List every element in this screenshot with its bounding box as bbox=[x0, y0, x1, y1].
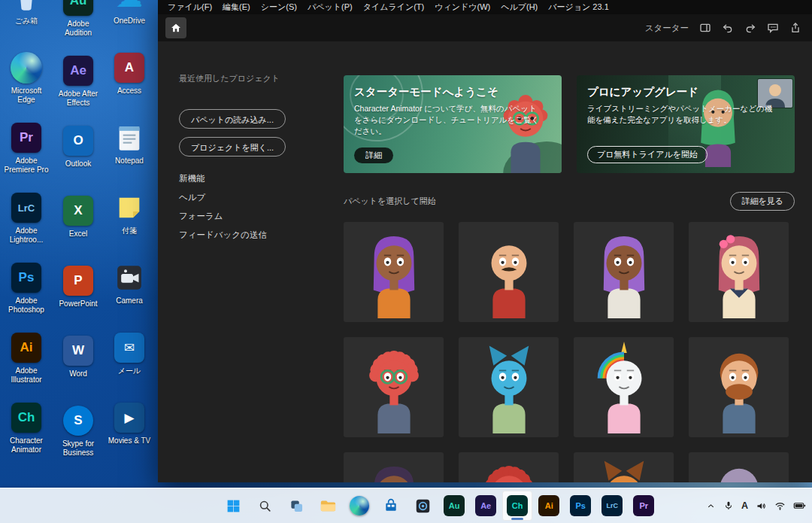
tray-wifi-icon[interactable] bbox=[774, 500, 786, 512]
workspace-layout-icon[interactable] bbox=[699, 22, 711, 34]
share-icon[interactable] bbox=[789, 22, 801, 34]
puppet-purple-creature[interactable] bbox=[689, 452, 789, 482]
pro-trial-button[interactable]: プロ無料トライアルを開始 bbox=[587, 146, 707, 163]
powerpoint[interactable]: PPowerPoint bbox=[53, 264, 103, 334]
menu-scene[interactable]: シーン(S) bbox=[256, 2, 302, 13]
camera-app[interactable] bbox=[408, 491, 438, 521]
open-project-button[interactable]: プロジェクトを開く... bbox=[179, 137, 286, 157]
tray-battery-icon[interactable] bbox=[793, 500, 806, 512]
character-animator-shortcut[interactable]: ChCharacter Animator bbox=[2, 401, 51, 471]
ime-mode-indicator[interactable]: A bbox=[741, 500, 748, 511]
adobe-lightroom-classic[interactable]: LrCAdobe Lightroo... bbox=[2, 191, 51, 261]
see-details-button[interactable]: 詳細を見る bbox=[730, 192, 795, 211]
puppet-unicorn[interactable] bbox=[574, 337, 674, 437]
tray-chevron-icon[interactable] bbox=[706, 501, 716, 511]
lightroom-taskbar[interactable]: LrC bbox=[597, 491, 627, 521]
photoshop-taskbar[interactable]: Ps bbox=[565, 491, 595, 521]
notepad-label: Notepad bbox=[115, 157, 144, 166]
character-animator-taskbar[interactable]: Ch bbox=[502, 491, 532, 521]
character-animator-window: ファイル(F)編集(E)シーン(S)パペット(P)タイムライン(T)ウィンドウ(… bbox=[158, 0, 812, 482]
microsoft-edge-label: Microsoft Edge bbox=[2, 87, 51, 105]
home-button[interactable] bbox=[165, 17, 186, 38]
puppet-section-heading: パペットを選択して開始 bbox=[344, 196, 436, 207]
recent-projects-title: 最近使用したプロジェクト bbox=[179, 73, 344, 84]
adobe-after-effects[interactable]: AeAdobe After Effects bbox=[53, 54, 103, 124]
version-label: バージョン 23.1 bbox=[543, 2, 614, 13]
home-icon bbox=[170, 22, 182, 34]
sticky-notes[interactable]: 付箋 bbox=[105, 191, 154, 261]
microsoft-edge[interactable]: Microsoft Edge bbox=[2, 51, 51, 121]
microsoft-store[interactable] bbox=[376, 491, 406, 521]
menu-edit[interactable]: 編集(E) bbox=[217, 2, 256, 13]
powerpoint-label: PowerPoint bbox=[59, 300, 97, 309]
starter-welcome-banner[interactable]: スターターモードへようこそ Character Animator について学び、… bbox=[344, 75, 562, 173]
mail-label: メール bbox=[118, 366, 141, 376]
tray-mic-icon[interactable] bbox=[723, 500, 734, 511]
menu-timeline[interactable]: タイムライン(T) bbox=[358, 2, 430, 13]
upgrade-pro-banner[interactable]: プロにアップグレード ライブストリーミングやパペットメーカーなどの機能を備えた完… bbox=[577, 75, 795, 173]
link-feedback[interactable]: フィードバックの送信 bbox=[179, 230, 344, 241]
puppet-bearded-man[interactable] bbox=[689, 337, 789, 437]
adobe-after-effects-label: Adobe After Effects bbox=[53, 90, 103, 108]
link-whats-new[interactable]: 新機能 bbox=[179, 173, 344, 184]
link-help[interactable]: ヘルプ bbox=[179, 192, 344, 203]
adobe-premiere-pro-label: Adobe Premiere Pro bbox=[2, 157, 51, 175]
import-puppet-button[interactable]: パペットの読み込み... bbox=[179, 109, 286, 129]
notepad[interactable]: Notepad bbox=[105, 121, 154, 191]
puppet-pink-furry[interactable] bbox=[344, 337, 444, 437]
adobe-photoshop-label: Adobe Photoshop bbox=[2, 296, 51, 315]
edge-browser[interactable] bbox=[344, 491, 374, 521]
outlook[interactable]: OOutlook bbox=[53, 124, 103, 194]
menu-help[interactable]: ヘルプ(H) bbox=[495, 2, 543, 13]
camera[interactable]: Camera bbox=[105, 261, 154, 331]
audition-taskbar[interactable]: Au bbox=[439, 491, 469, 521]
starter-banner-body: Character Animator について学び、無料のパペットをさらにダウン… bbox=[354, 103, 544, 138]
movies-tv[interactable]: ▶Movies & TV bbox=[105, 401, 154, 471]
outlook-label: Outlook bbox=[65, 160, 91, 169]
menu-puppet[interactable]: パペット(P) bbox=[302, 2, 358, 13]
word[interactable]: WWord bbox=[53, 334, 103, 404]
starter-banner-title: スターターモードへようこそ bbox=[354, 85, 551, 99]
menu-file[interactable]: ファイル(F) bbox=[162, 2, 217, 13]
after-effects-taskbar[interactable]: Ae bbox=[471, 491, 501, 521]
puppet-bald-mustache-man[interactable] bbox=[459, 222, 559, 322]
puppet-purple-anime[interactable] bbox=[574, 222, 674, 322]
puppet-red-creature[interactable] bbox=[459, 452, 559, 482]
puppet-anime-girl[interactable] bbox=[689, 222, 789, 322]
search-button[interactable] bbox=[250, 491, 280, 521]
starter-details-button[interactable]: 詳細 bbox=[354, 147, 393, 163]
skype-for-business-label: Skype for Business bbox=[53, 439, 103, 458]
link-forum[interactable]: フォーラム bbox=[179, 211, 344, 222]
premiere-taskbar[interactable]: Pr bbox=[629, 491, 659, 521]
adobe-premiere-pro[interactable]: PrAdobe Premiere Pro bbox=[2, 121, 51, 191]
undo-icon[interactable] bbox=[722, 22, 734, 34]
comment-icon[interactable] bbox=[767, 22, 779, 34]
skype-for-business[interactable]: SSkype for Business bbox=[53, 404, 103, 474]
pro-banner-body: ライブストリーミングやパペットメーカーなどの機能を備えた完全なアプリを取得します… bbox=[587, 103, 777, 126]
app-toolbar: スターター bbox=[158, 14, 812, 42]
access[interactable]: AAccess bbox=[105, 51, 154, 121]
menu-window[interactable]: ウィンドウ(W) bbox=[429, 2, 495, 13]
adobe-audition[interactable]: AuAdobe Audition bbox=[53, 0, 103, 54]
mail[interactable]: ✉メール bbox=[105, 331, 154, 401]
pro-banner-title: プロにアップグレード bbox=[587, 85, 784, 99]
puppet-orange-fox[interactable] bbox=[574, 452, 674, 482]
excel[interactable]: XExcel bbox=[53, 194, 103, 264]
excel-label: Excel bbox=[69, 230, 87, 239]
illustrator-taskbar[interactable]: Ai bbox=[534, 491, 564, 521]
onedrive[interactable]: ☁OneDrive bbox=[105, 0, 154, 51]
adobe-illustrator[interactable]: AiAdobe Illustrator bbox=[2, 331, 51, 401]
onedrive-label: OneDrive bbox=[114, 17, 145, 26]
movies-tv-label: Movies & TV bbox=[108, 436, 151, 445]
puppet-blue-cat[interactable] bbox=[459, 337, 559, 437]
task-view-button[interactable] bbox=[281, 491, 311, 521]
puppet-purple-hair-woman[interactable] bbox=[344, 222, 444, 322]
access-label: Access bbox=[117, 87, 141, 96]
redo-icon[interactable] bbox=[744, 22, 756, 34]
puppet-dark-hair-girl[interactable] bbox=[344, 452, 444, 482]
adobe-photoshop[interactable]: PsAdobe Photoshop bbox=[2, 261, 51, 331]
file-explorer[interactable] bbox=[313, 491, 343, 521]
start-button[interactable] bbox=[218, 491, 248, 521]
recycle-bin[interactable]: ごみ箱 bbox=[2, 0, 51, 51]
tray-speaker-icon[interactable] bbox=[756, 500, 767, 512]
